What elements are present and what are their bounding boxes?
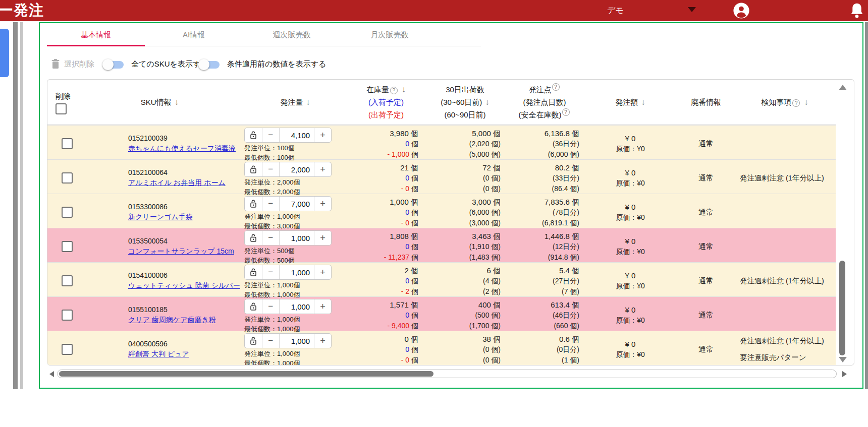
sort-desc-icon[interactable]: ↓ (804, 97, 808, 107)
decrease-qty-button[interactable]: − (262, 162, 279, 176)
ship-60-90-value: (2 個) (423, 286, 501, 297)
discontinued-status: 通常 (678, 345, 734, 354)
left-scrollbar-artifact[interactable] (13, 22, 18, 389)
scroll-left-arrow[interactable] (49, 371, 54, 377)
app-title: ー発注 (0, 1, 44, 21)
row-reorder-point-cell: 80.2 個 (33日分) (86.4 個) (507, 160, 582, 196)
qty-input[interactable]: 1,000 (279, 265, 314, 279)
sort-desc-icon[interactable]: ↓ (402, 85, 406, 94)
lock-button[interactable] (245, 128, 262, 142)
qty-input[interactable]: 2,000 (279, 162, 314, 176)
row-checkbox[interactable] (62, 207, 73, 218)
vertical-scrollbar-thumb[interactable] (839, 261, 845, 355)
decrease-qty-button[interactable]: − (262, 265, 279, 279)
help-icon[interactable]: ? (390, 87, 398, 94)
header-order-amount[interactable]: 発注額↓ (582, 80, 678, 125)
reorder-point-value: 7,835.6 個 (507, 197, 579, 207)
product-link[interactable]: コンフォートサランラップ 15cm (128, 247, 242, 256)
header-sku-info[interactable]: SKU情報↓ (78, 80, 242, 125)
row-checkbox[interactable] (62, 344, 73, 355)
sort-desc-icon[interactable]: ↓ (175, 97, 179, 107)
header-qty-label: 発注量 (280, 98, 303, 106)
row-checkbox[interactable] (62, 275, 73, 286)
product-link[interactable]: 絆創膏 大判 ピュア (128, 350, 242, 359)
increase-qty-button[interactable]: + (314, 265, 331, 279)
increase-qty-button[interactable]: + (314, 334, 331, 348)
discontinued-status: 通常 (678, 276, 734, 286)
qty-stepper: − 1,000 + (244, 299, 332, 314)
lock-button[interactable] (245, 197, 262, 211)
lock-button[interactable] (245, 334, 262, 348)
unit-suffix: 個 (411, 311, 418, 319)
incoming-value: 0 (405, 277, 409, 285)
header-order-qty[interactable]: 発注量↓ (242, 80, 349, 125)
decrease-qty-button[interactable]: − (262, 299, 279, 314)
product-link[interactable]: アルミホイル お弁当用 ホーム (128, 178, 242, 188)
toggle-show-all-sku[interactable] (102, 58, 127, 71)
product-link[interactable]: 赤ちゃんにも使えるセーフ消毒液 (128, 144, 242, 153)
notifications-bell-icon[interactable] (848, 2, 866, 20)
header-detected-issues[interactable]: 検知事項?↓ (734, 80, 836, 125)
sort-desc-icon[interactable]: ↓ (485, 97, 490, 107)
row-checkbox[interactable] (62, 241, 73, 252)
increase-qty-button[interactable]: + (314, 231, 331, 245)
qty-input[interactable]: 4,100 (279, 128, 314, 142)
scroll-down-arrow[interactable] (839, 357, 847, 362)
lock-button[interactable] (245, 265, 262, 279)
increase-qty-button[interactable]: + (314, 128, 331, 142)
scroll-up-arrow[interactable] (839, 85, 847, 90)
reorder-point-days: (0日分) (507, 344, 579, 355)
tab-ai-info[interactable]: AI情報 (145, 24, 243, 46)
decrease-qty-button[interactable]: − (262, 128, 279, 142)
reorder-point-days: (36日分) (507, 139, 579, 149)
sort-desc-icon[interactable]: ↓ (641, 97, 645, 107)
product-link[interactable]: 新クリーンゴム手袋 (128, 213, 242, 222)
sort-desc-icon[interactable]: ↓ (306, 97, 310, 107)
help-icon[interactable]: ? (552, 83, 560, 91)
row-checkbox[interactable] (62, 172, 73, 184)
cost-price-value: 原価：¥0 (582, 212, 678, 222)
product-link[interactable]: クリア 歯周病ケア歯磨き粉 (128, 316, 242, 325)
tab-monthly-sales[interactable]: 月次販売数 (341, 24, 439, 46)
decrease-qty-button[interactable]: − (262, 231, 279, 245)
stock-value: 2 個 (349, 265, 418, 276)
lock-button[interactable] (245, 299, 262, 314)
product-link[interactable]: ウェットティッシュ 除菌 シルバー (128, 281, 242, 290)
row-checkbox[interactable] (62, 138, 73, 149)
qty-input[interactable]: 1,000 (279, 299, 314, 314)
tab-weekly-sales[interactable]: 週次販売数 (243, 24, 341, 46)
order-amount-value: ¥ 0 (582, 236, 678, 247)
scroll-right-arrow[interactable] (842, 371, 847, 377)
select-all-checkbox[interactable] (56, 103, 67, 114)
header-reorder-point[interactable]: 発注点? (発注点日数) (安全在庫数)? (507, 80, 582, 125)
qty-input[interactable]: 1,000 (279, 231, 314, 245)
user-avatar-icon[interactable] (733, 2, 750, 19)
stock-value: 0 個 (349, 334, 418, 344)
help-icon[interactable]: ? (562, 108, 570, 116)
tab-basic-info[interactable]: 基本情報 (47, 24, 145, 46)
horizontal-scrollbar-thumb[interactable] (59, 371, 433, 377)
lock-button[interactable] (245, 162, 262, 176)
order-amount-value: ¥ 0 (582, 339, 678, 349)
increase-qty-button[interactable]: + (314, 299, 331, 314)
increase-qty-button[interactable]: + (314, 197, 331, 211)
chevron-down-icon[interactable] (688, 7, 696, 12)
decrease-qty-button[interactable]: − (262, 197, 279, 211)
incoming-value: 0 (405, 311, 409, 319)
sku-code: 0155100185 (128, 306, 242, 314)
help-icon[interactable]: ? (792, 99, 800, 107)
lock-button[interactable] (245, 231, 262, 245)
header-stock[interactable]: 在庫量?↓ (入荷予定) (出荷予定) (349, 80, 423, 125)
increase-qty-button[interactable]: + (314, 162, 331, 176)
decrease-qty-button[interactable]: − (262, 334, 279, 348)
order-amount-value: ¥ 0 (582, 202, 678, 212)
safety-stock-value: (1 個) (507, 355, 579, 365)
header-shipments-30d[interactable]: 30日出荷数 (30~60日前)↓ (60~90日前) (423, 80, 507, 125)
toggle-show-pre-condition-values[interactable] (198, 58, 223, 71)
delete-selected-button[interactable]: 選択削除 (64, 59, 94, 69)
horizontal-scrollbar-track[interactable] (57, 370, 837, 378)
row-checkbox[interactable] (62, 310, 73, 321)
qty-input[interactable]: 7,000 (279, 197, 314, 211)
row-sku-cell: 0400500596 絆創膏 大判 ピュア (78, 331, 242, 365)
qty-input[interactable]: 1,000 (279, 334, 314, 348)
